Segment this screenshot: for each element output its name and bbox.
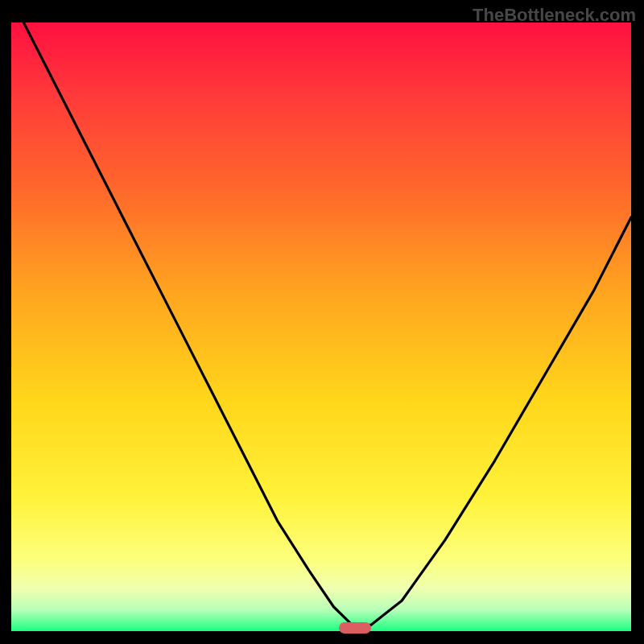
chart-svg (11, 23, 631, 631)
watermark-label: TheBottleneck.com (473, 5, 636, 26)
optimal-marker (339, 622, 371, 634)
bottleneck-chart: TheBottleneck.com (0, 0, 644, 644)
gradient-background (11, 23, 631, 631)
plot-area (11, 23, 631, 631)
